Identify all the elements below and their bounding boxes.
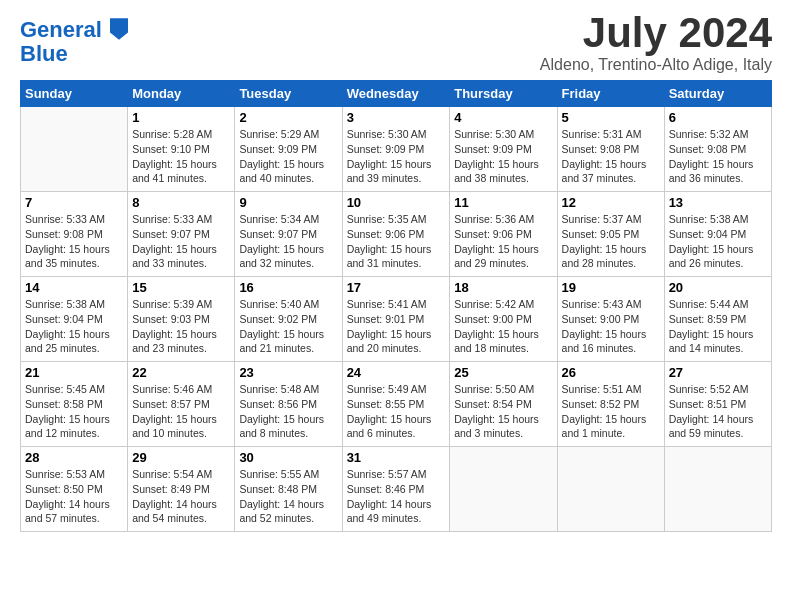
day-number: 11: [454, 195, 552, 210]
title-block: July 2024 Aldeno, Trentino-Alto Adige, I…: [540, 10, 772, 74]
calendar-header: SundayMondayTuesdayWednesdayThursdayFrid…: [21, 81, 772, 107]
day-info: Sunrise: 5:45 AMSunset: 8:58 PMDaylight:…: [25, 382, 123, 441]
day-number: 10: [347, 195, 446, 210]
weekday-header: Thursday: [450, 81, 557, 107]
day-info: Sunrise: 5:32 AMSunset: 9:08 PMDaylight:…: [669, 127, 767, 186]
calendar-cell: 26Sunrise: 5:51 AMSunset: 8:52 PMDayligh…: [557, 362, 664, 447]
day-info: Sunrise: 5:33 AMSunset: 9:07 PMDaylight:…: [132, 212, 230, 271]
day-info: Sunrise: 5:48 AMSunset: 8:56 PMDaylight:…: [239, 382, 337, 441]
day-number: 31: [347, 450, 446, 465]
weekday-header: Friday: [557, 81, 664, 107]
calendar-cell: 10Sunrise: 5:35 AMSunset: 9:06 PMDayligh…: [342, 192, 450, 277]
day-info: Sunrise: 5:51 AMSunset: 8:52 PMDaylight:…: [562, 382, 660, 441]
calendar-cell: 12Sunrise: 5:37 AMSunset: 9:05 PMDayligh…: [557, 192, 664, 277]
day-info: Sunrise: 5:31 AMSunset: 9:08 PMDaylight:…: [562, 127, 660, 186]
calendar-cell: 9Sunrise: 5:34 AMSunset: 9:07 PMDaylight…: [235, 192, 342, 277]
calendar-cell: 25Sunrise: 5:50 AMSunset: 8:54 PMDayligh…: [450, 362, 557, 447]
day-number: 14: [25, 280, 123, 295]
calendar-week-row: 21Sunrise: 5:45 AMSunset: 8:58 PMDayligh…: [21, 362, 772, 447]
day-info: Sunrise: 5:42 AMSunset: 9:00 PMDaylight:…: [454, 297, 552, 356]
page-header: General Blue July 2024 Aldeno, Trentino-…: [20, 10, 772, 74]
weekday-row: SundayMondayTuesdayWednesdayThursdayFrid…: [21, 81, 772, 107]
calendar-cell: 6Sunrise: 5:32 AMSunset: 9:08 PMDaylight…: [664, 107, 771, 192]
weekday-header: Wednesday: [342, 81, 450, 107]
day-number: 8: [132, 195, 230, 210]
calendar-cell: 22Sunrise: 5:46 AMSunset: 8:57 PMDayligh…: [128, 362, 235, 447]
calendar-cell: 4Sunrise: 5:30 AMSunset: 9:09 PMDaylight…: [450, 107, 557, 192]
calendar-body: 1Sunrise: 5:28 AMSunset: 9:10 PMDaylight…: [21, 107, 772, 532]
calendar-cell: [450, 447, 557, 532]
weekday-header: Tuesday: [235, 81, 342, 107]
logo-blue: Blue: [20, 42, 128, 66]
calendar-cell: 2Sunrise: 5:29 AMSunset: 9:09 PMDaylight…: [235, 107, 342, 192]
calendar-cell: 23Sunrise: 5:48 AMSunset: 8:56 PMDayligh…: [235, 362, 342, 447]
calendar-cell: 27Sunrise: 5:52 AMSunset: 8:51 PMDayligh…: [664, 362, 771, 447]
day-info: Sunrise: 5:57 AMSunset: 8:46 PMDaylight:…: [347, 467, 446, 526]
calendar-week-row: 28Sunrise: 5:53 AMSunset: 8:50 PMDayligh…: [21, 447, 772, 532]
day-number: 28: [25, 450, 123, 465]
calendar-cell: 17Sunrise: 5:41 AMSunset: 9:01 PMDayligh…: [342, 277, 450, 362]
calendar-cell: 30Sunrise: 5:55 AMSunset: 8:48 PMDayligh…: [235, 447, 342, 532]
day-info: Sunrise: 5:44 AMSunset: 8:59 PMDaylight:…: [669, 297, 767, 356]
day-info: Sunrise: 5:28 AMSunset: 9:10 PMDaylight:…: [132, 127, 230, 186]
day-info: Sunrise: 5:39 AMSunset: 9:03 PMDaylight:…: [132, 297, 230, 356]
calendar-cell: [664, 447, 771, 532]
day-number: 12: [562, 195, 660, 210]
day-number: 26: [562, 365, 660, 380]
day-info: Sunrise: 5:33 AMSunset: 9:08 PMDaylight:…: [25, 212, 123, 271]
day-number: 1: [132, 110, 230, 125]
day-number: 5: [562, 110, 660, 125]
calendar-cell: 8Sunrise: 5:33 AMSunset: 9:07 PMDaylight…: [128, 192, 235, 277]
day-number: 25: [454, 365, 552, 380]
day-info: Sunrise: 5:53 AMSunset: 8:50 PMDaylight:…: [25, 467, 123, 526]
calendar-cell: 15Sunrise: 5:39 AMSunset: 9:03 PMDayligh…: [128, 277, 235, 362]
weekday-header: Monday: [128, 81, 235, 107]
calendar-cell: 5Sunrise: 5:31 AMSunset: 9:08 PMDaylight…: [557, 107, 664, 192]
day-info: Sunrise: 5:30 AMSunset: 9:09 PMDaylight:…: [347, 127, 446, 186]
calendar-cell: 7Sunrise: 5:33 AMSunset: 9:08 PMDaylight…: [21, 192, 128, 277]
day-number: 27: [669, 365, 767, 380]
day-number: 4: [454, 110, 552, 125]
logo-text: General: [20, 18, 128, 42]
calendar-cell: 11Sunrise: 5:36 AMSunset: 9:06 PMDayligh…: [450, 192, 557, 277]
month-title: July 2024: [540, 10, 772, 56]
calendar-cell: 20Sunrise: 5:44 AMSunset: 8:59 PMDayligh…: [664, 277, 771, 362]
logo-icon: [110, 18, 128, 40]
calendar-cell: 21Sunrise: 5:45 AMSunset: 8:58 PMDayligh…: [21, 362, 128, 447]
day-info: Sunrise: 5:38 AMSunset: 9:04 PMDaylight:…: [669, 212, 767, 271]
day-info: Sunrise: 5:52 AMSunset: 8:51 PMDaylight:…: [669, 382, 767, 441]
day-number: 21: [25, 365, 123, 380]
calendar-cell: 24Sunrise: 5:49 AMSunset: 8:55 PMDayligh…: [342, 362, 450, 447]
day-number: 29: [132, 450, 230, 465]
location-subtitle: Aldeno, Trentino-Alto Adige, Italy: [540, 56, 772, 74]
weekday-header: Sunday: [21, 81, 128, 107]
day-info: Sunrise: 5:36 AMSunset: 9:06 PMDaylight:…: [454, 212, 552, 271]
logo: General Blue: [20, 18, 128, 66]
day-number: 23: [239, 365, 337, 380]
day-info: Sunrise: 5:29 AMSunset: 9:09 PMDaylight:…: [239, 127, 337, 186]
day-number: 17: [347, 280, 446, 295]
day-number: 15: [132, 280, 230, 295]
day-number: 24: [347, 365, 446, 380]
calendar-cell: 16Sunrise: 5:40 AMSunset: 9:02 PMDayligh…: [235, 277, 342, 362]
day-info: Sunrise: 5:30 AMSunset: 9:09 PMDaylight:…: [454, 127, 552, 186]
weekday-header: Saturday: [664, 81, 771, 107]
calendar-cell: 13Sunrise: 5:38 AMSunset: 9:04 PMDayligh…: [664, 192, 771, 277]
day-number: 30: [239, 450, 337, 465]
calendar-week-row: 7Sunrise: 5:33 AMSunset: 9:08 PMDaylight…: [21, 192, 772, 277]
day-info: Sunrise: 5:43 AMSunset: 9:00 PMDaylight:…: [562, 297, 660, 356]
calendar-cell: 19Sunrise: 5:43 AMSunset: 9:00 PMDayligh…: [557, 277, 664, 362]
day-info: Sunrise: 5:35 AMSunset: 9:06 PMDaylight:…: [347, 212, 446, 271]
svg-marker-0: [110, 18, 128, 40]
day-info: Sunrise: 5:54 AMSunset: 8:49 PMDaylight:…: [132, 467, 230, 526]
day-info: Sunrise: 5:40 AMSunset: 9:02 PMDaylight:…: [239, 297, 337, 356]
day-number: 3: [347, 110, 446, 125]
day-info: Sunrise: 5:49 AMSunset: 8:55 PMDaylight:…: [347, 382, 446, 441]
calendar-week-row: 14Sunrise: 5:38 AMSunset: 9:04 PMDayligh…: [21, 277, 772, 362]
calendar-cell: 3Sunrise: 5:30 AMSunset: 9:09 PMDaylight…: [342, 107, 450, 192]
calendar-cell: 29Sunrise: 5:54 AMSunset: 8:49 PMDayligh…: [128, 447, 235, 532]
day-info: Sunrise: 5:50 AMSunset: 8:54 PMDaylight:…: [454, 382, 552, 441]
calendar-cell: 14Sunrise: 5:38 AMSunset: 9:04 PMDayligh…: [21, 277, 128, 362]
day-number: 19: [562, 280, 660, 295]
calendar-cell: [557, 447, 664, 532]
